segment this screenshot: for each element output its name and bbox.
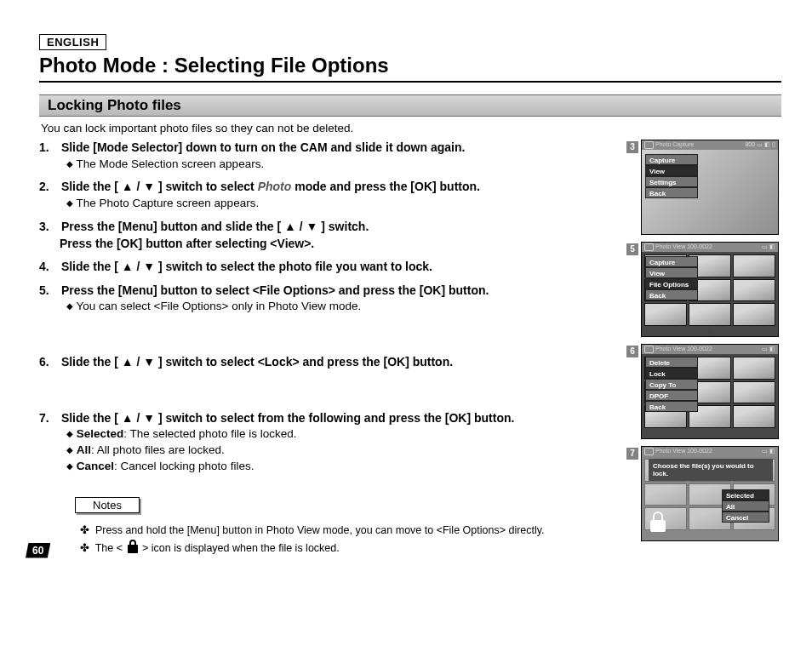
lock-icon [128, 545, 138, 553]
status-icons: 800 ▭ ◧ ▯ [745, 141, 775, 148]
menu-item-capture[interactable]: Capture [645, 256, 698, 267]
screen-header: Photo Capture [655, 141, 694, 147]
photo-thumb[interactable] [733, 381, 775, 404]
screenshot-6: Photo View 100-0022 ▭ ◧ Delete Lock Copy… [641, 344, 779, 439]
option-desc: : Cancel locking photo files. [114, 460, 254, 472]
step-number: 3. [39, 219, 58, 236]
note-text: > icon is displayed when the file is loc… [140, 542, 340, 554]
menu-item-back[interactable]: Back [645, 187, 698, 198]
option-all[interactable]: All [722, 500, 769, 512]
menu-item-lock[interactable]: Lock [645, 368, 698, 379]
step-title: Slide the [ ▲ / ▼ ] switch to select <Lo… [61, 355, 453, 369]
step-emphasis: Photo [258, 180, 292, 193]
step-sub: You can select <File Options> only in Ph… [77, 300, 362, 312]
screenshot-7: Photo View 100-0022 ▭ ◧ Choose the file(… [641, 446, 779, 541]
language-label: ENGLISH [39, 34, 106, 50]
option-selected[interactable]: Selected [722, 489, 769, 500]
screenshot-number: 6 [626, 346, 638, 357]
step-title: Press the [OK] button after selecting <V… [60, 237, 314, 250]
photo-thumb[interactable] [689, 303, 731, 326]
step-title: Slide the [ ▲ / ▼ ] switch to select the… [61, 260, 432, 273]
screen-header: Photo View 100-0022 [655, 448, 712, 454]
menu-item-view[interactable]: View [645, 267, 698, 278]
status-icons: ▭ ◧ [762, 448, 775, 454]
option-name: Selected [77, 427, 124, 440]
section-heading: Locking Photo files [39, 94, 781, 117]
screenshot-number: 3 [626, 141, 638, 153]
step-sub: The Photo Capture screen appears. [77, 197, 260, 209]
status-icons: ▭ ◧ [762, 346, 775, 352]
screenshot-column: 3 Photo Capture 800 ▭ ◧ ▯ Capture View S… [626, 140, 781, 548]
option-cancel[interactable]: Cancel [722, 512, 769, 523]
note-text: Press and hold the [Menu] button in Phot… [95, 524, 545, 536]
step-title: Slide [Mode Selector] down to turn on th… [61, 140, 465, 154]
menu-item-dpof[interactable]: DPOF [645, 390, 698, 401]
intro-text: You can lock important photo files so th… [41, 122, 781, 134]
menu-item-copy-to[interactable]: Copy To [645, 379, 698, 390]
option-name: Cancel [77, 460, 114, 472]
status-icons: ▭ ◧ [762, 243, 775, 250]
screenshot-3: Photo Capture 800 ▭ ◧ ▯ Capture View Set… [641, 140, 779, 235]
photo-thumb[interactable] [733, 279, 775, 302]
notes-label: Notes [75, 497, 140, 513]
step-title: Press the [Menu] button and slide the [ … [61, 220, 369, 233]
menu-item-delete[interactable]: Delete [645, 357, 698, 368]
page-title: Photo Mode : Selecting File Options [39, 54, 781, 83]
step-title: Press the [Menu] button to select <File … [61, 283, 489, 297]
note-text: The < [95, 542, 126, 554]
step-number: 6. [39, 354, 58, 371]
photo-thumb[interactable] [644, 303, 687, 326]
dialog-prompt: Choose the file(s) you would to lock. [649, 459, 773, 481]
steps-list: 1. Slide [Mode Selector] down to turn on… [39, 140, 626, 558]
notes-list: ✤ Press and hold the [Menu] button in Ph… [80, 522, 616, 558]
menu-item-back[interactable]: Back [645, 289, 698, 300]
photo-thumb[interactable] [733, 357, 775, 380]
step-number: 1. [39, 140, 58, 157]
step-title: Slide the [ ▲ / ▼ ] switch to select [61, 180, 258, 193]
step-title: mode and press the [OK] button. [291, 180, 480, 193]
screenshot-number: 7 [626, 448, 638, 460]
step-number: 2. [39, 179, 58, 196]
photo-thumb[interactable] [733, 405, 775, 428]
option-name: All [77, 443, 91, 456]
lock-icon [650, 520, 666, 532]
screen-header: Photo View 100-0022 [655, 243, 712, 249]
screenshot-number: 5 [626, 243, 638, 255]
option-desc: : The selected photo file is locked. [123, 427, 296, 440]
step-number: 7. [39, 410, 58, 427]
photo-thumb[interactable] [733, 254, 775, 277]
page-number: 60 [26, 543, 50, 558]
down-arrow-icon: ▼ [706, 329, 714, 337]
menu-item-back[interactable]: Back [645, 401, 698, 412]
option-desc: : All photo files are locked. [91, 443, 225, 456]
menu-item-capture[interactable]: Capture [645, 154, 698, 165]
step-title: Slide the [ ▲ / ▼ ] switch to select fro… [61, 411, 515, 425]
step-sub: The Mode Selection screen appears. [77, 157, 265, 170]
step-number: 4. [39, 259, 58, 276]
step-number: 5. [39, 283, 58, 300]
screen-header: Photo View 100-0022 [655, 346, 712, 352]
photo-thumb[interactable] [733, 303, 775, 326]
menu-item-view[interactable]: View [645, 165, 698, 176]
screenshot-5: Photo View 100-0022 ▭ ◧ Capture View Fil… [641, 242, 779, 337]
menu-item-file-options[interactable]: File Options [645, 278, 698, 289]
menu-item-settings[interactable]: Settings [645, 176, 698, 187]
